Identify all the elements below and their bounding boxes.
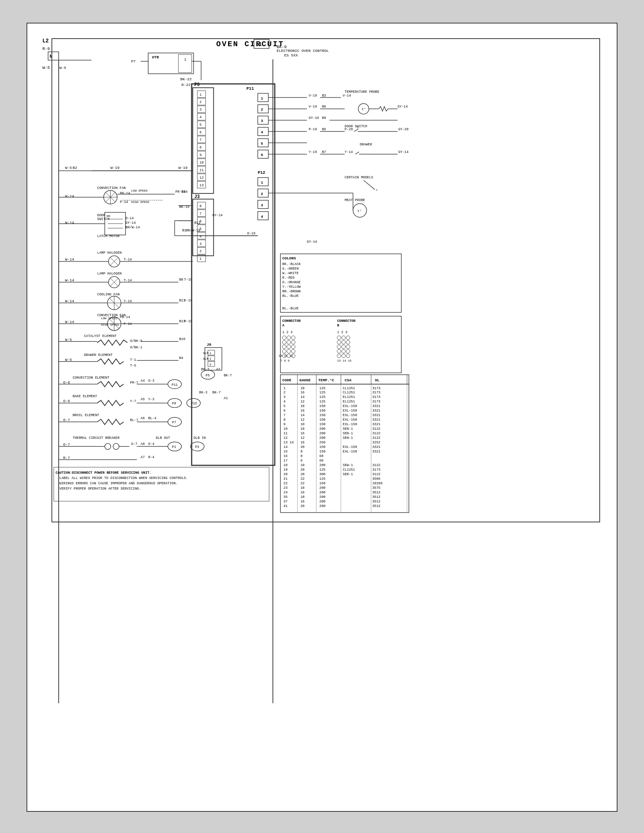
- gy14-tp: GY-14: [398, 105, 407, 109]
- y14-drawer: Y-14: [345, 150, 353, 154]
- t5-label: T-5: [130, 364, 136, 368]
- meat-probe-t: t°: [357, 209, 362, 213]
- v19-2: V-19: [309, 105, 317, 109]
- gy14-ds-label: GY-14: [126, 221, 135, 225]
- o3-label: O-3: [148, 379, 154, 383]
- svg-point-153: [291, 345, 295, 349]
- o19-label: O-19: [247, 232, 256, 235]
- code-r11: 11: [283, 432, 288, 436]
- p7-bot-label: P7: [172, 421, 176, 425]
- csa-r3: EL1251: [343, 395, 355, 399]
- ul-r41: 3512: [372, 504, 381, 508]
- code-r41: 41: [283, 504, 288, 508]
- main-page: L2 R-9 N W-5 OVEN CIRCUIT L1 ELECTRONIC …: [27, 23, 617, 812]
- ul-r15: 3321: [372, 450, 381, 453]
- svg-point-171: [346, 349, 350, 353]
- circuit-title: OVEN CIRCUIT: [216, 40, 284, 48]
- color-y: Y.-YELLOW: [282, 285, 301, 289]
- cooling-fan-label: COOLING FAN: [97, 293, 120, 296]
- b7-label: B7: [322, 150, 326, 154]
- csa-r2: CL1251: [343, 391, 355, 394]
- svg-point-173: [342, 354, 346, 358]
- p6-8: 8: [200, 146, 201, 150]
- y19-label: Y-19: [184, 299, 192, 302]
- temp-r9: 150: [319, 423, 325, 426]
- code-r2: 2: [283, 391, 285, 394]
- ul-r20: 3122: [372, 473, 381, 476]
- temp-header: TEMP.°C: [318, 378, 334, 383]
- p11-2: 2: [261, 108, 263, 112]
- code-r24: 24: [283, 491, 288, 495]
- svg-text:↘: ↘: [376, 188, 378, 191]
- utb-label: UTB: [152, 55, 159, 60]
- temp-r1: 125: [319, 387, 325, 391]
- temp-r37: 200: [319, 500, 325, 503]
- p3-label: P3: [195, 445, 199, 449]
- p6-3: 3: [200, 108, 201, 112]
- gauge-r3: 14: [300, 395, 304, 399]
- svg-point-151: [282, 345, 286, 349]
- ul-r21: 3506: [372, 477, 381, 481]
- bk9-label: BK-9: [277, 45, 287, 49]
- code-r5: 5: [283, 404, 285, 408]
- temp-r16: 60: [319, 454, 324, 458]
- l1-label: L1: [256, 42, 262, 47]
- color-br: BR.-BROWN: [282, 289, 300, 293]
- conn-b-nums2: 13 14 15: [337, 359, 351, 362]
- j3-4: 4: [200, 235, 201, 238]
- p11-bot-label: P11: [172, 383, 178, 387]
- gauge-r6: 16: [300, 409, 304, 413]
- l2-label: L2: [42, 38, 49, 44]
- bk7-a2: BK-7: [224, 374, 232, 378]
- a6-label: A6: [140, 416, 145, 420]
- ul-r5: 3321: [372, 404, 381, 408]
- gauge-r13: 16: [300, 441, 304, 444]
- ul-r4: 3173: [372, 400, 381, 404]
- gauge-r18: 10: [300, 463, 304, 467]
- control-label: ELECTRONIC OVEN CONTROL: [277, 49, 329, 53]
- gauge-r22: 22: [300, 482, 304, 486]
- conn-a-nums1: 1 2 3: [282, 331, 293, 334]
- a2-label: A2: [216, 368, 221, 371]
- gauge-r11: 16: [300, 432, 304, 436]
- bake-label: BAKE ELEMENT: [73, 394, 97, 398]
- obk5-label: O/BK-5: [130, 339, 142, 343]
- caution-line3: WIRINGS ERRORS CAN CAUSE IMPROPER AND DA…: [60, 482, 178, 486]
- svg-point-174: [346, 354, 350, 358]
- svg-point-154: [282, 349, 286, 353]
- ul-r22: 10109: [372, 482, 383, 486]
- p11-6: 6: [261, 153, 263, 157]
- temp-r5: 150: [319, 404, 325, 408]
- temp-probe-label: TEMPERATURE PROBE: [345, 90, 380, 94]
- code-r17: 17: [283, 459, 288, 463]
- temp-r11: 200: [319, 432, 325, 436]
- temp-r17: 60: [319, 459, 324, 463]
- code-r14: 14: [283, 445, 288, 449]
- svg-point-162: [346, 336, 350, 339]
- svg-point-146: [287, 336, 291, 339]
- csa-r20: SER-1: [343, 473, 353, 476]
- temp-r41: 200: [319, 504, 325, 508]
- code-header: CODE: [282, 378, 291, 383]
- b3-label: B3: [322, 94, 326, 98]
- p14-label: P-14: [124, 322, 132, 326]
- j8-3: 3: [209, 363, 211, 366]
- temp-r10: 200: [319, 427, 325, 431]
- csa-r11: SEN-1: [343, 432, 353, 436]
- code-r12: 12: [283, 436, 288, 440]
- svg-point-160: [337, 336, 341, 339]
- csa-r18: SEW-1: [343, 463, 353, 467]
- b8-label: B8: [179, 278, 184, 282]
- gauge-r2: 16: [300, 391, 304, 394]
- svg-point-169: [337, 349, 341, 353]
- o14-label: O-14: [126, 217, 134, 220]
- conn-a-title: CONNECTOR: [282, 319, 301, 323]
- color-r: R.-RED: [282, 276, 295, 280]
- gauge-r37: 16: [300, 500, 304, 503]
- csa-r1: CL1251: [343, 387, 355, 391]
- code-r23: 23: [283, 486, 288, 490]
- o7-thermal: O-7: [131, 442, 137, 446]
- p6-1: 1: [200, 93, 201, 97]
- p12-label: P12: [258, 170, 265, 175]
- gauge-r19: 20: [300, 468, 304, 472]
